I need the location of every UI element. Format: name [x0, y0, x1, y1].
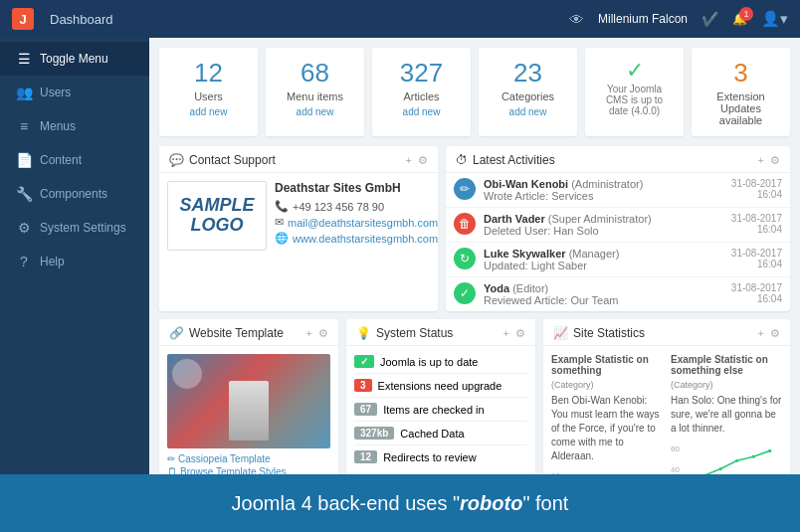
- status-row-5: 12 Redirects to review: [354, 445, 527, 468]
- email-row: ✉ mail@deathstarsitesgmbh.com: [275, 216, 438, 229]
- sidebar-item-users[interactable]: 👥 Users: [0, 76, 149, 109]
- browse-styles-link[interactable]: 🗒 Browse Template Styles: [167, 466, 330, 474]
- act-content-1: Obi-Wan Kenobi (Administrator) Wrote Art…: [484, 178, 723, 202]
- bell-badge[interactable]: 🔔 1: [732, 12, 747, 26]
- status-plus-icon[interactable]: +: [503, 327, 509, 340]
- act-header-left: ⏱ Latest Activities: [456, 153, 555, 167]
- users-icon: 👥: [16, 85, 32, 100]
- activity-row-3: ↻ Luke Skywalker (Manager) Updated: Ligh…: [446, 243, 790, 277]
- act-gear-icon[interactable]: ⚙: [770, 154, 780, 167]
- stat-col2-title: Example Statistic on something else: [671, 354, 782, 376]
- help-icon: ?: [16, 254, 32, 269]
- website-plus-icon[interactable]: +: [306, 327, 312, 340]
- top-nav-right: 👁 Millenium Falcon ✔️ 🔔 1 👤▾: [569, 10, 788, 28]
- stat-ext-label: Extension Updates available: [701, 90, 780, 126]
- status-text-4: Cached Data: [400, 428, 464, 440]
- sidebar-item-toggle-menu[interactable]: ☰ Toggle Menu: [0, 42, 149, 76]
- plus-icon[interactable]: +: [406, 154, 412, 167]
- act-user-2: Darth Vader: [484, 213, 545, 225]
- contact-title: Contact Support: [189, 153, 276, 167]
- act-time-2: 31-08-201716:04: [731, 213, 782, 235]
- stat-menus-link[interactable]: add new: [297, 106, 334, 117]
- stat-cats-link[interactable]: add new: [509, 106, 547, 117]
- content-area: 12 Users add new 68 Menu items add new 3…: [149, 38, 800, 474]
- phone-row: 📞 +49 123 456 78 90: [275, 200, 438, 213]
- stat-cats-num: 23: [489, 58, 567, 89]
- status-text-5: Redirects to review: [383, 451, 477, 463]
- act-refresh-icon: ↻: [454, 248, 476, 269]
- sidebar-item-components[interactable]: 🔧 Components: [0, 177, 149, 211]
- sitestats-header-left: 📈 Site Statistics: [553, 326, 645, 340]
- website-link[interactable]: www.deathstarsitesgmbh.com: [293, 233, 438, 245]
- act-time-4: 31-08-201716:04: [731, 282, 782, 304]
- eye-icon: 👁: [569, 11, 584, 28]
- act-plus-icon[interactable]: +: [758, 154, 764, 167]
- act-action-2: Deleted User: Han Solo: [484, 225, 599, 237]
- contact-header: 💬 Contact Support + ⚙: [159, 146, 438, 173]
- stat-articles-num: 327: [382, 58, 461, 89]
- sidebar-label-components: Components: [40, 187, 107, 201]
- main-layout: ☰ Toggle Menu 👥 Users ≡ Menus 📄 Content …: [0, 38, 800, 474]
- globe-icon: 🌐: [275, 232, 289, 245]
- stat-articles-link[interactable]: add new: [403, 106, 441, 117]
- mid-row: 💬 Contact Support + ⚙ SAMPLE LOGO: [159, 146, 790, 311]
- website-gear-icon[interactable]: ⚙: [318, 327, 328, 340]
- svg-point-2: [718, 467, 721, 470]
- activity-row-1: ✏ Obi-Wan Kenobi (Administrator) Wrote A…: [446, 173, 790, 208]
- contact-info: Deathstar Sites GmbH 📞 +49 123 456 78 90…: [275, 181, 438, 248]
- bottom-row: 🔗 Website Template + ⚙ ✏: [159, 319, 790, 474]
- sidebar-item-menus[interactable]: ≡ Menus: [0, 109, 149, 143]
- latest-activities-panel: ⏱ Latest Activities + ⚙ ✏ Obi-Wan Kenobi…: [446, 146, 790, 311]
- sidebar-item-content[interactable]: 📄 Content: [0, 143, 149, 177]
- act-role-2: (Super Administrator): [548, 213, 652, 225]
- activities-header: ⏱ Latest Activities + ⚙: [446, 146, 790, 173]
- act-content-4: Yoda (Editor) Reviewed Article: Our Team: [484, 282, 723, 306]
- chart-icon: 📈: [553, 326, 568, 340]
- website-header-right: + ⚙: [306, 327, 328, 340]
- stat-col1-title: Example Statistic on something: [551, 354, 663, 376]
- stats-row: 12 Users add new 68 Menu items add new 3…: [159, 48, 790, 136]
- activities-list: ✏ Obi-Wan Kenobi (Administrator) Wrote A…: [446, 173, 790, 311]
- stat-uptodate-label: Your Joomla CMS is up to date (4.0.0): [595, 84, 674, 116]
- joomla-logo: J: [12, 8, 34, 30]
- sidebar-item-help[interactable]: ? Help: [0, 245, 149, 278]
- chart-yaxis-1: 10 60: [551, 471, 562, 474]
- site-link[interactable]: Millenium Falcon: [598, 12, 688, 26]
- sidebar-label-system: System Settings: [40, 221, 126, 235]
- company-name: Deathstar Sites GmbH: [275, 181, 438, 195]
- sitestats-header: 📈 Site Statistics + ⚙: [543, 319, 790, 346]
- pencil-small-icon: ✏: [167, 453, 175, 464]
- contact-header-right: + ⚙: [406, 154, 428, 167]
- contact-support-panel: 💬 Contact Support + ⚙ SAMPLE LOGO: [159, 146, 438, 311]
- act-role-1: (Administrator): [571, 178, 643, 190]
- stat-users-link[interactable]: add new: [190, 106, 228, 117]
- act-role-4: (Editor): [512, 282, 548, 294]
- email-icon: ✉: [275, 216, 284, 229]
- gear-icon[interactable]: ⚙: [418, 154, 428, 167]
- status-text-2: Extensions need upgrade: [378, 380, 502, 392]
- browse-icon: 🗒: [167, 466, 177, 474]
- stat-users-num: 12: [169, 58, 248, 89]
- phone-num: +49 123 456 78 90: [293, 201, 384, 213]
- status-gear-icon[interactable]: ⚙: [515, 327, 525, 340]
- status-badge-4: 327kb: [354, 427, 394, 440]
- template-name-link[interactable]: ✏ Cassiopeia Template: [167, 453, 330, 464]
- contact-body: SAMPLE LOGO Deathstar Sites GmbH 📞 +49 1…: [159, 173, 438, 259]
- user-menu-icon[interactable]: 👤▾: [761, 10, 788, 28]
- status-text-3: Items are checked in: [383, 404, 485, 416]
- sample-logo-text: SAMPLE LOGO: [179, 196, 254, 236]
- sidebar-label-content: Content: [40, 153, 82, 167]
- act-user-4: Yoda: [484, 282, 509, 294]
- contact-logo: SAMPLE LOGO: [167, 181, 267, 251]
- act-action-1: Wrote Article: Services: [484, 190, 593, 202]
- sitestats-plus-icon[interactable]: +: [758, 327, 764, 340]
- website-header-left: 🔗 Website Template: [169, 326, 284, 340]
- email-link[interactable]: mail@deathstarsitesgmbh.com: [288, 217, 438, 229]
- stat-users-label: Users: [169, 90, 248, 102]
- line-chart: [684, 440, 782, 474]
- nav-title: Dashboard: [44, 12, 559, 27]
- sidebar-item-system-settings[interactable]: ⚙ System Settings: [0, 211, 149, 245]
- sitestats-header-right: + ⚙: [758, 327, 780, 340]
- svg-point-4: [751, 455, 754, 458]
- sitestats-gear-icon[interactable]: ⚙: [770, 327, 780, 340]
